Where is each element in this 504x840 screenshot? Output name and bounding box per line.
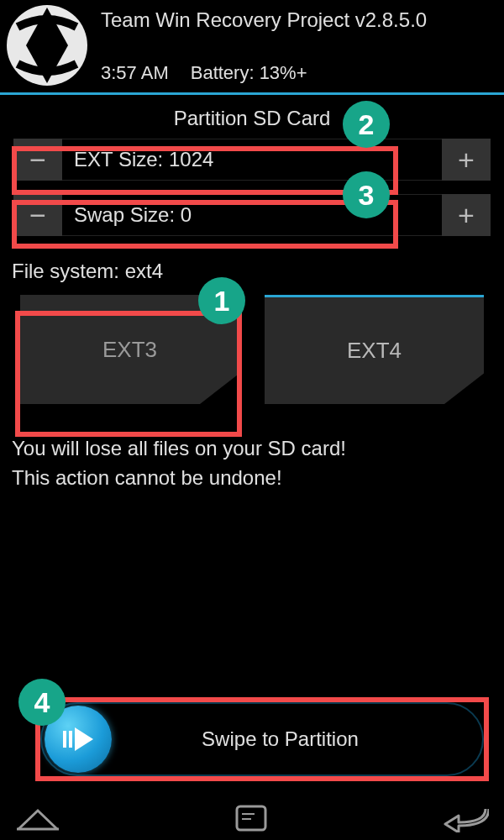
svg-rect-1 [63, 731, 66, 748]
annotation-badge-4: 4 [18, 679, 66, 726]
svg-rect-2 [69, 731, 72, 748]
nav-bar [0, 800, 504, 840]
swipe-label: Swipe to Partition [112, 727, 482, 751]
fs-option-ext4[interactable]: EXT4 [265, 295, 484, 404]
ext-size-minus-button[interactable]: − [13, 139, 62, 181]
swap-size-minus-button[interactable]: − [13, 194, 62, 236]
app-title: Team Win Recovery Project v2.8.5.0 [101, 8, 496, 32]
ext-size-plus-button[interactable]: + [442, 139, 491, 181]
annotation-badge-3: 3 [343, 171, 390, 218]
back-icon[interactable] [442, 804, 489, 836]
ext-size-stepper: − EXT Size: 1024 + [13, 139, 491, 181]
warning-line1: You will lose all files on your SD card! [12, 434, 492, 464]
fs-option-ext4-label: EXT4 [347, 338, 402, 364]
warning-line2: This action cannot be undone! [12, 464, 492, 493]
annotation-badge-1: 1 [198, 277, 245, 324]
filesystem-label: File system: ext4 [0, 249, 504, 295]
swipe-to-partition-slider[interactable]: Swipe to Partition [40, 702, 484, 776]
home-icon[interactable] [15, 804, 60, 836]
twrp-logo-icon [5, 3, 89, 87]
arrow-right-icon [58, 719, 98, 759]
ext-size-value: EXT Size: 1024 [62, 139, 442, 181]
console-icon[interactable] [234, 804, 268, 836]
fs-option-ext3-label: EXT3 [102, 337, 157, 363]
screen-title: Partition SD Card [0, 107, 504, 130]
swap-size-stepper: − Swap Size: 0 + [13, 194, 491, 236]
swap-size-plus-button[interactable]: + [442, 194, 491, 236]
warning-text: You will lose all files on your SD card!… [0, 404, 504, 493]
clock: 3:57 AM [101, 62, 169, 84]
annotation-badge-2: 2 [343, 101, 390, 148]
battery-status: Battery: 13%+ [191, 62, 307, 84]
header: Team Win Recovery Project v2.8.5.0 3:57 … [0, 0, 504, 95]
